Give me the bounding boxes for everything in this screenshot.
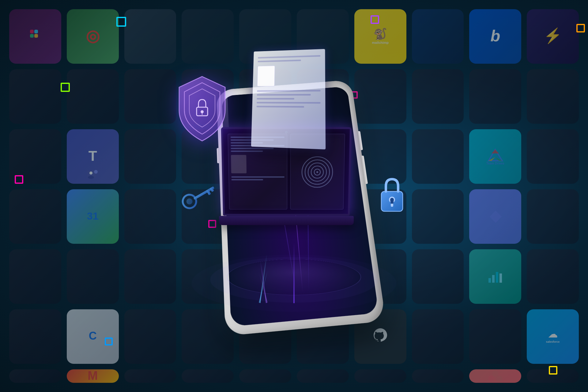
svg-rect-15 (496, 272, 498, 283)
central-scene (156, 58, 432, 334)
list-item (182, 9, 234, 64)
list-item: C (67, 309, 119, 364)
svg-rect-16 (499, 273, 502, 283)
list-item (412, 369, 464, 383)
list-item (9, 129, 61, 184)
list-item (124, 369, 176, 383)
list-item (182, 369, 234, 383)
list-item: ☁ salesforce (527, 309, 579, 364)
svg-point-6 (88, 176, 94, 179)
list-item (469, 249, 521, 304)
list-item (469, 369, 521, 383)
list-item: T (67, 129, 119, 184)
shield-icon (172, 74, 233, 147)
list-item (9, 249, 61, 304)
list-item (527, 249, 579, 304)
list-item (9, 69, 61, 124)
svg-rect-2 (30, 34, 34, 38)
list-item (527, 69, 579, 124)
list-item (9, 309, 61, 364)
list-item (469, 69, 521, 124)
lock-container (377, 175, 407, 216)
svg-rect-1 (34, 30, 38, 33)
team-drives-label: Team Drives (486, 162, 504, 165)
list-item: Team Drives (469, 129, 521, 184)
list-item (469, 309, 521, 364)
list-item (527, 369, 579, 383)
list-item (239, 369, 291, 383)
svg-point-18 (488, 375, 494, 382)
svg-point-25 (316, 171, 318, 173)
list-item: ◆ (469, 189, 521, 244)
list-item: ◎ (67, 9, 119, 64)
list-item (297, 369, 349, 383)
list-item: ⚡ (527, 9, 579, 64)
svg-point-17 (492, 371, 498, 377)
list-item (9, 369, 61, 383)
floating-document (251, 49, 326, 149)
list-item (67, 69, 119, 124)
list-item (67, 249, 119, 304)
shield-container (172, 74, 233, 148)
list-item (412, 9, 464, 64)
svg-rect-3 (34, 34, 38, 38)
list-item (9, 189, 61, 244)
svg-marker-10 (492, 149, 499, 153)
svg-rect-13 (488, 278, 491, 283)
list-item: 31 (67, 189, 119, 244)
list-item (527, 189, 579, 244)
svg-rect-0 (30, 30, 34, 33)
laptop-base (219, 216, 354, 225)
svg-point-19 (496, 375, 502, 382)
svg-point-5 (89, 172, 92, 175)
list-item: M (67, 369, 119, 383)
list-item (354, 369, 406, 383)
lock-icon (377, 175, 407, 214)
svg-point-7 (94, 170, 98, 174)
list-item (527, 129, 579, 184)
svg-point-33 (185, 197, 194, 205)
list-item: b (469, 9, 521, 64)
list-item: 🐒 mailchimp (354, 9, 406, 64)
svg-rect-14 (492, 275, 495, 283)
list-item (124, 9, 176, 64)
svg-point-27 (201, 110, 204, 113)
list-item (9, 9, 61, 64)
